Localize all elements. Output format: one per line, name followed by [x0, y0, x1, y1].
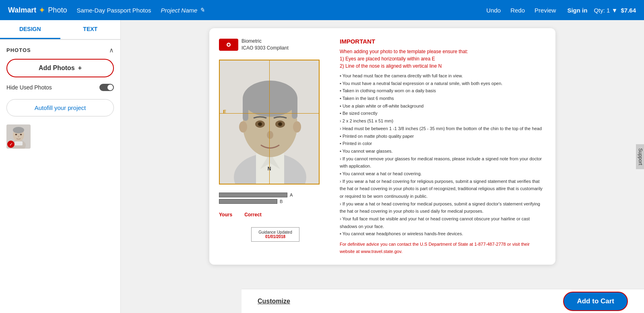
bar-b — [219, 199, 277, 204]
redo-button[interactable]: Redo — [510, 7, 525, 14]
requirement-item: • You cannot wear glasses. — [340, 147, 546, 155]
add-to-cart-button[interactable]: Add to Cart — [563, 292, 628, 311]
requirement-item: • Printed in color — [340, 140, 546, 147]
biometric-text: Biometric ICAO 9303 Compliant — [242, 38, 289, 52]
contact-info: For definitive advice you can contact th… — [340, 241, 546, 255]
requirement-item: › 2 x 2 inches (51 x 51 mm) — [340, 117, 546, 125]
svg-rect-19 — [292, 97, 297, 119]
requirement-item: • Taken in the last 6 months — [340, 95, 546, 102]
size-correct-label: Correct — [244, 212, 262, 218]
biometric-badge: Biometric ICAO 9303 Compliant — [219, 38, 332, 52]
svg-point-24 — [258, 122, 262, 126]
guide-label-n: N — [268, 166, 271, 172]
page-title: Same-Day Passport Photos — [76, 7, 151, 14]
tab-text[interactable]: TEXT — [60, 20, 121, 39]
requirement-item: • Be sized correctly — [340, 110, 546, 117]
main-content: Biometric ICAO 9303 Compliant — [121, 20, 644, 313]
requirement-item: › If you wear a hat or head covering for… — [340, 200, 546, 215]
edit-icon[interactable]: ✎ — [200, 6, 205, 14]
requirement-item: • You cannot wear a hat or head covering… — [340, 170, 546, 178]
svg-point-25 — [278, 122, 282, 126]
photo-used-check: ✓ — [7, 141, 14, 148]
preview-button[interactable]: Preview — [535, 7, 556, 14]
spark-icon: ✦ — [39, 5, 45, 15]
svg-rect-2 — [14, 141, 23, 145]
add-photos-label: Add Photos — [39, 64, 75, 72]
hide-used-label: Hide Used Photos — [6, 84, 52, 91]
svg-point-20 — [239, 121, 247, 133]
photos-header: PHOTOS ∧ — [6, 46, 114, 54]
requirement-item: • Taken in clothing normally worn on a d… — [340, 87, 546, 95]
requirement-item: › Head must be between 1 -1 3/8 inches (… — [340, 125, 546, 133]
collapse-photos-icon[interactable]: ∧ — [109, 46, 114, 54]
hide-used-row: Hide Used Photos — [6, 84, 114, 91]
price-display: $7.64 — [621, 7, 636, 14]
requirement-item: • Your head must face the camera directl… — [340, 72, 546, 80]
svg-point-10 — [228, 44, 230, 46]
bar-a-label: A — [290, 193, 293, 197]
requirement-item: • Printed on matte photo quality paper — [340, 133, 546, 140]
svg-point-5 — [15, 134, 17, 135]
requirements-list: • Your head must face the camera directl… — [340, 72, 546, 238]
size-bars: A B — [219, 193, 332, 205]
sidebar-content: PHOTOS ∧ Add Photos + Hide Used Photos A… — [0, 40, 120, 313]
requirement-item: › Your full face must be visible and you… — [340, 215, 546, 230]
passport-right: IMPORTANT When adding your photo to the … — [340, 38, 546, 255]
support-tab[interactable]: Support — [636, 144, 644, 169]
bottom-bar: Customize Add to Cart — [242, 289, 644, 313]
undo-button[interactable]: Undo — [486, 7, 501, 14]
add-photos-button[interactable]: Add Photos + — [6, 59, 114, 77]
photo-label: Photo — [48, 6, 67, 15]
guidance-box: Guidance Updated 01/01/2018 — [251, 227, 299, 242]
signin-button[interactable]: Sign in — [567, 7, 587, 14]
requirement-item: • You cannot wear headphones or wireless… — [340, 230, 546, 238]
svg-point-26 — [267, 131, 273, 139]
requirement-item: › If you cannot remove your glasses for … — [340, 155, 546, 170]
svg-point-21 — [293, 121, 301, 133]
guidance-date: 01/01/2018 — [256, 234, 295, 239]
sidebar-tabs: DESIGN TEXT — [0, 20, 120, 40]
svg-point-7 — [18, 136, 19, 137]
customize-button[interactable]: Customize — [258, 298, 290, 305]
size-yours-label: Yours — [219, 212, 232, 218]
main-layout: DESIGN TEXT PHOTOS ∧ Add Photos + Hide U… — [0, 20, 644, 313]
qty-selector[interactable]: Qty: 1 ▼ — [594, 7, 617, 14]
svg-rect-18 — [243, 97, 248, 121]
passport-left: Biometric ICAO 9303 Compliant — [219, 38, 332, 255]
bar-b-row: B — [219, 199, 332, 204]
svg-point-17 — [243, 81, 297, 117]
brand-name: Walmart — [8, 6, 36, 15]
svg-point-4 — [13, 127, 24, 133]
biometric-icon — [219, 39, 238, 51]
passport-card: Biometric ICAO 9303 Compliant — [209, 28, 555, 265]
bar-a-row: A — [219, 193, 332, 197]
photo-thumbnail[interactable]: ✓ — [6, 124, 31, 149]
guide-label-e: E — [223, 109, 226, 115]
bar-b-label: B — [280, 199, 283, 204]
important-intro: When adding your photo to the template p… — [340, 48, 546, 70]
important-title: IMPORTANT — [340, 38, 546, 45]
hide-used-toggle[interactable] — [99, 84, 114, 91]
guide-line-vertical — [269, 60, 270, 184]
requirement-item: • Use a plain white or off-white backgro… — [340, 102, 546, 110]
sidebar: DESIGN TEXT PHOTOS ∧ Add Photos + Hide U… — [0, 20, 121, 313]
requirement-item: › If you wear a hat or head covering for… — [340, 178, 546, 200]
project-name: Project Name ✎ — [161, 6, 205, 14]
tab-design[interactable]: DESIGN — [0, 20, 60, 39]
size-labels: Yours Correct — [219, 212, 332, 218]
add-icon: + — [78, 64, 82, 72]
brand-logo: Walmart ✦ Photo — [8, 5, 67, 15]
toggle-knob — [107, 85, 113, 90]
header: Walmart ✦ Photo Same-Day Passport Photos… — [0, 0, 644, 20]
requirement-item: • You must have a neutral facial express… — [340, 80, 546, 87]
svg-point-6 — [20, 134, 22, 135]
autofill-button[interactable]: Autofill your project — [6, 99, 114, 116]
bar-a — [219, 193, 287, 197]
qty-arrow: ▼ — [612, 7, 618, 14]
passport-photo-frame[interactable]: E N — [219, 60, 320, 184]
photos-section-label: PHOTOS — [6, 47, 31, 53]
